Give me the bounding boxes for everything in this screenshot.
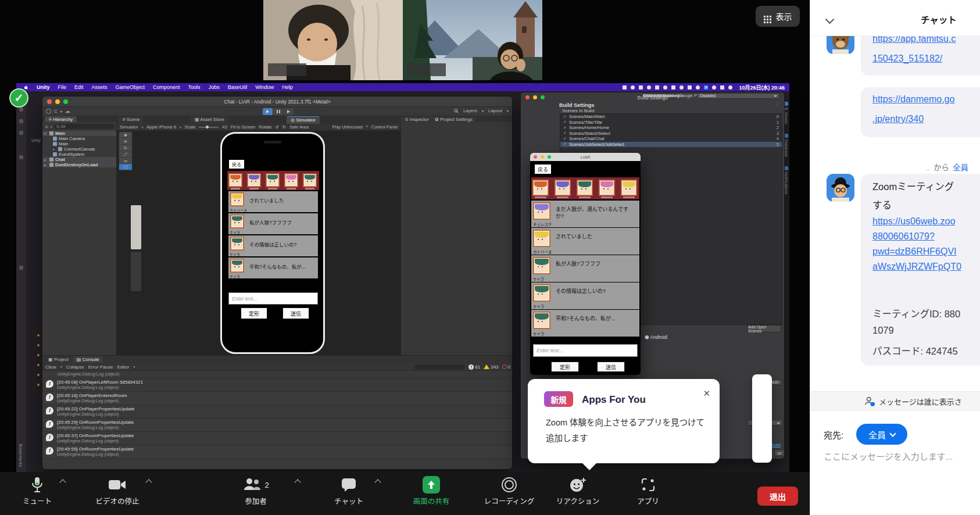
- error-pause-toggle: Error Pause: [88, 364, 113, 370]
- character-portrait-bar: [531, 177, 639, 199]
- video-camera-icon: [108, 478, 127, 492]
- recipient-dropdown[interactable]: 全員: [856, 424, 907, 445]
- console-tab-strip: ▣ Project ▤ Console: [42, 356, 513, 363]
- chat-bubble-icon: [341, 477, 357, 492]
- layout-dropdown: Layout: [488, 108, 502, 113]
- collapse-chat-chevron-icon[interactable]: [825, 15, 835, 24]
- apps-icon: [640, 477, 656, 493]
- chat-panel-header: チャット: [810, 0, 980, 36]
- account-initial: C: [54, 109, 58, 114]
- chat-link[interactable]: .jp/entry/340: [872, 114, 924, 124]
- chat-link[interactable]: https://danmemo.go: [872, 94, 954, 105]
- rotate-label: Rotate: [259, 124, 271, 130]
- game-chat-row: ケイラ その情報は正しいの?: [531, 282, 639, 309]
- participant-video-2: [403, 0, 542, 80]
- microphone-icon: [31, 476, 44, 493]
- mute-button[interactable]: ミュート: [10, 475, 64, 506]
- character-portrait: [621, 180, 637, 196]
- unity-toolbar: C▾ ☁ Layers▾ Layout▾: [42, 107, 512, 116]
- apps-button[interactable]: アプリ: [621, 475, 675, 506]
- game-chat-row: ケイラ 平和?そんなもの、私が...: [228, 258, 318, 278]
- hierarchy-scene-chat: ▸Chat: [42, 157, 116, 162]
- transform-tool-icon: ⬚: [119, 164, 132, 170]
- chat-message-text: されていました: [556, 233, 636, 240]
- log-stacktrace: UnityEngine.Debug:Log (object): [57, 385, 143, 390]
- log-title: [20:45:22] OnPlayerPropertiesUpdate: [57, 406, 134, 412]
- message-privacy-bar: メッセージは誰に表示さ: [810, 391, 980, 411]
- apps-for-you-popup: 新規 Apps For You ✕ Zoom 体験を向上させるアプリを見つけて追…: [528, 379, 720, 463]
- vertical-tab-icon: [784, 166, 788, 170]
- cloud-build-link-fragment: Build: [771, 442, 781, 448]
- sender-avatar-2: [827, 174, 854, 202]
- step-button: [284, 108, 294, 115]
- chat-options-chevron[interactable]: [374, 479, 381, 485]
- inspector-panel: [400, 122, 513, 355]
- console-log-entry: ! [20:45:08] OnPlayerLeftRoom 585894321 …: [42, 378, 513, 392]
- console-log-entry: ! [20:45:16] OnPlayerEnteredRoom UnityEn…: [42, 392, 513, 405]
- unity-window-title: Chat - LIAR - Android - Unity 2021.3.7f1…: [42, 99, 512, 105]
- chat-message-text: 平和?そんなもの、私が...: [249, 264, 316, 270]
- grid-view-icon: [764, 16, 766, 17]
- speaker-name: ケイラ: [533, 331, 544, 337]
- hierarchy-item-main-camera: Main Camera: [42, 136, 116, 141]
- menu-item-tools: Tools: [184, 84, 205, 90]
- stop-video-button[interactable]: ビデオの停止: [91, 475, 144, 506]
- build-settings-label: Build Settings: [559, 102, 595, 108]
- tab-scene: # Scene: [119, 116, 144, 124]
- menu-item-assets: Assets: [88, 84, 112, 90]
- participants-button[interactable]: 2 参加者: [224, 475, 288, 506]
- share-screen-button[interactable]: 画面の共有: [405, 475, 458, 506]
- console-panel: ▣ Project ▤ Console Clear▾ Collapse Erro…: [42, 355, 513, 470]
- chevron-down-icon: [889, 430, 896, 437]
- chat-link[interactable]: 150423_515182/: [872, 53, 942, 64]
- record-button[interactable]: レコーディング: [482, 475, 536, 506]
- tab-console: ▤ Console: [73, 356, 103, 363]
- log-stacktrace: UnityEngine.Debug:Log (object): [57, 438, 134, 444]
- menu-item-help: Help: [278, 84, 297, 90]
- log-bubble-icon: !: [46, 380, 53, 388]
- scene-tools-overlay: ✥ ✛ ↻ ⤢ ▭ ⬚: [119, 131, 133, 171]
- chat-message-input[interactable]: [824, 449, 976, 464]
- meeting-url-link[interactable]: aWszWjJRZWFpQT0: [872, 262, 961, 272]
- collapse-toggle: Collapse: [66, 364, 84, 370]
- video-options-chevron[interactable]: [145, 479, 152, 485]
- console-partial-entry: UnityEngine.Debug:Log (object): [42, 371, 513, 378]
- chat-button[interactable]: チャット: [322, 475, 375, 506]
- everyone-link[interactable]: 全員: [953, 161, 968, 173]
- game-chat-row: ケイラ 私が人狼?フフフフ: [531, 255, 639, 282]
- participants-options-chevron[interactable]: [294, 479, 301, 485]
- rotate-tool-icon: ↻: [119, 145, 132, 151]
- floating-preview-panel: [131, 205, 141, 249]
- phone-camera-notch: [264, 141, 281, 144]
- hierarchy-scene-dontdestroyonload: ▸DontDestroyOnLoad: [42, 162, 116, 167]
- chat-message-list: チェレステ まだ人狼が、潜んでいるんですか? カトリーヌ されていました ケイラ…: [531, 201, 639, 337]
- character-portrait: [266, 173, 280, 187]
- speaker-name: ケイラ: [230, 230, 240, 235]
- warning-count-badge: 243: [484, 364, 498, 370]
- apple-logo-icon: [23, 85, 28, 90]
- meeting-url-link[interactable]: https://us06web.zoo: [872, 216, 955, 227]
- zoom-meeting-window: 表示 Unity File Edit Assets GameObject Com…: [0, 0, 980, 515]
- hand-tool-icon: ✥: [119, 132, 132, 138]
- safe-area-toggle: Safe Area: [289, 124, 309, 130]
- leave-meeting-button[interactable]: 退出: [757, 487, 798, 506]
- chat-label: チャット: [334, 495, 363, 506]
- reactions-button[interactable]: リアクション: [551, 475, 605, 506]
- build-and-run-button-fragment: un: [774, 449, 785, 456]
- game-text-input: Enter text...: [533, 344, 638, 357]
- send-button: 送信: [282, 307, 309, 319]
- input-source-icon: A: [704, 85, 708, 90]
- scenes-in-build-header: Scenes In Build: [562, 108, 595, 113]
- scale-tool-icon: ⤢: [119, 151, 132, 158]
- meeting-url-link[interactable]: pwd=dzB6RHF6QVI: [872, 246, 957, 257]
- speaker-avatar: [230, 214, 244, 228]
- recipient-value: 全員: [868, 428, 886, 441]
- privacy-note-text: メッセージは誰に表示さ: [879, 396, 962, 407]
- speaker-name: カトリーヌ: [533, 249, 552, 255]
- speaker-name: ケイラ: [533, 276, 544, 282]
- log-bubble-icon: !: [46, 394, 53, 401]
- view-button[interactable]: 表示: [756, 6, 800, 27]
- stop-video-label: ビデオの停止: [95, 495, 139, 506]
- meeting-url-link[interactable]: 88006061079?: [872, 231, 935, 242]
- close-icon[interactable]: ✕: [703, 388, 710, 399]
